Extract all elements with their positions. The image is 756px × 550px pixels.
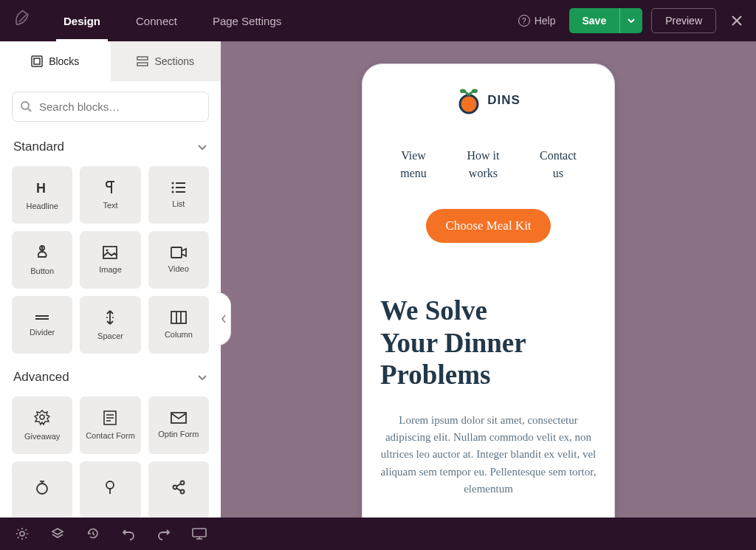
save-button[interactable]: Save xyxy=(569,8,620,33)
device-preview[interactable]: DINS Viewmenu How itworks Contactus Choo… xyxy=(362,63,615,518)
svg-rect-19 xyxy=(171,312,186,323)
help-icon: ? xyxy=(518,15,530,27)
svg-point-15 xyxy=(106,250,109,252)
sidebar-tabs: Blocks Sections xyxy=(0,41,221,81)
block-image[interactable]: Image xyxy=(80,231,140,289)
block-video[interactable]: Video xyxy=(148,231,209,289)
svg-rect-2 xyxy=(137,57,148,60)
tab-connect[interactable]: Connect xyxy=(118,0,195,41)
save-dropdown[interactable] xyxy=(619,8,642,33)
advanced-blocks-grid: Giveaway Contact Form Optin Form xyxy=(0,392,221,518)
form-icon xyxy=(103,410,117,425)
nav-contact-us[interactable]: Contactus xyxy=(540,147,577,182)
top-tabs: Design Connect Page Settings xyxy=(46,0,299,41)
caret-down-icon xyxy=(628,18,635,23)
nav-how-it-works[interactable]: How itworks xyxy=(467,147,499,182)
svg-rect-1 xyxy=(34,58,40,64)
image-icon xyxy=(103,246,117,259)
svg-line-38 xyxy=(176,488,181,491)
leaf-icon xyxy=(10,8,35,33)
chevron-down-icon xyxy=(197,374,207,380)
section-advanced-header[interactable]: Advanced xyxy=(0,362,221,392)
block-headline[interactable]: HHeadline xyxy=(12,166,72,224)
pointer-icon xyxy=(34,244,50,261)
history-button[interactable] xyxy=(75,518,111,550)
sidebar: Blocks Sections Standard HHeadline Text xyxy=(0,41,221,518)
svg-point-11 xyxy=(171,191,173,193)
chevron-down-icon xyxy=(197,144,207,150)
blocks-icon xyxy=(31,55,43,67)
block-column[interactable]: Column xyxy=(148,296,209,354)
sidebar-tab-label: Blocks xyxy=(49,55,79,67)
section-standard-header[interactable]: Standard xyxy=(0,132,221,162)
svg-point-7 xyxy=(171,182,173,185)
undo-button[interactable] xyxy=(111,518,146,550)
block-more-1[interactable] xyxy=(12,461,72,518)
cta-button[interactable]: Choose Meal Kit xyxy=(426,209,550,243)
sidebar-tab-label: Sections xyxy=(154,55,194,67)
svg-rect-43 xyxy=(193,529,206,537)
app-logo xyxy=(0,8,46,33)
bottombar xyxy=(0,518,756,550)
block-list[interactable]: List xyxy=(148,166,209,224)
help-button[interactable]: ? Help xyxy=(518,15,556,27)
hero-text[interactable]: Lorem ipsum dolor sit amet, consectetur … xyxy=(380,412,597,498)
desktop-icon xyxy=(192,528,207,540)
svg-rect-16 xyxy=(171,247,182,258)
nav-view-menu[interactable]: Viewmenu xyxy=(400,147,427,182)
redo-icon xyxy=(157,527,171,540)
preview-brand: DINS xyxy=(487,93,520,108)
chevron-left-icon xyxy=(221,314,227,323)
divider-icon xyxy=(34,313,50,322)
canvas[interactable]: DINS Viewmenu How itworks Contactus Choo… xyxy=(221,41,756,518)
block-more-2[interactable] xyxy=(80,461,140,518)
undo-icon xyxy=(122,527,135,540)
svg-point-32 xyxy=(106,481,114,489)
mail-icon xyxy=(171,412,187,424)
block-optin-form[interactable]: Optin Form xyxy=(148,396,209,454)
column-icon xyxy=(171,311,187,324)
redo-button[interactable] xyxy=(146,518,182,550)
section-title: Advanced xyxy=(13,370,69,385)
spacer-icon xyxy=(103,309,117,326)
headline-icon: H xyxy=(34,179,50,196)
sidebar-collapse-button[interactable] xyxy=(216,292,231,346)
hero-title[interactable]: We Solve Your Dinner Problems xyxy=(380,295,597,391)
list-icon xyxy=(171,182,186,193)
close-icon xyxy=(730,14,743,27)
svg-rect-0 xyxy=(32,56,42,66)
sidebar-tab-blocks[interactable]: Blocks xyxy=(0,41,111,81)
tab-page-settings[interactable]: Page Settings xyxy=(195,0,299,41)
preview-nav: Viewmenu How itworks Contactus xyxy=(380,147,597,182)
video-icon xyxy=(171,247,187,258)
svg-point-4 xyxy=(21,102,29,109)
block-giveaway[interactable]: Giveaway xyxy=(12,396,72,454)
svg-rect-3 xyxy=(137,63,148,66)
svg-point-23 xyxy=(40,415,44,419)
block-button[interactable]: Button xyxy=(12,231,72,289)
topbar: Design Connect Page Settings ? Help Save… xyxy=(0,0,756,41)
search-input[interactable] xyxy=(12,92,209,122)
block-spacer[interactable]: Spacer xyxy=(80,296,140,354)
svg-point-9 xyxy=(171,187,173,189)
block-contact-form[interactable]: Contact Form xyxy=(80,396,140,454)
standard-blocks-grid: HHeadline Text List Button Image Video D… xyxy=(0,162,221,362)
tab-design[interactable]: Design xyxy=(46,0,118,41)
paragraph-icon xyxy=(103,180,117,195)
close-button[interactable] xyxy=(725,9,749,32)
svg-point-41 xyxy=(472,89,478,93)
share-icon xyxy=(171,480,186,495)
history-icon xyxy=(86,527,100,540)
preview-button[interactable]: Preview xyxy=(651,8,716,33)
search-icon xyxy=(20,100,32,112)
settings-button[interactable] xyxy=(4,518,40,550)
block-text[interactable]: Text xyxy=(80,166,140,224)
block-divider[interactable]: Divider xyxy=(12,296,72,354)
sidebar-tab-sections[interactable]: Sections xyxy=(111,41,221,81)
layers-icon xyxy=(51,527,64,540)
svg-line-37 xyxy=(176,484,181,487)
layers-button[interactable] xyxy=(40,518,75,550)
preview-logo-row: DINS xyxy=(380,86,597,114)
block-more-3[interactable] xyxy=(148,461,209,518)
device-toggle-button[interactable] xyxy=(182,518,217,550)
